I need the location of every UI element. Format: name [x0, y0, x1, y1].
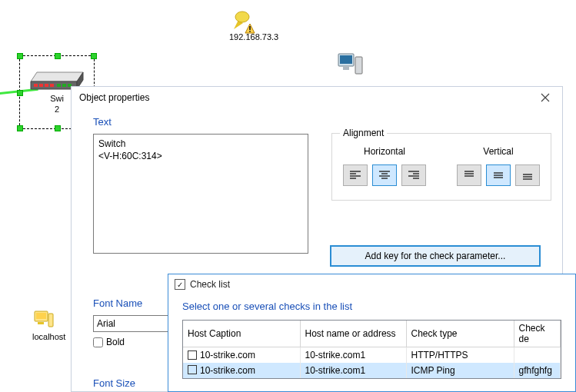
align-top-icon	[463, 170, 475, 181]
bold-checkbox-row[interactable]: Bold	[93, 337, 178, 347]
align-right-icon	[408, 170, 420, 181]
pushpin-icon	[229, 8, 252, 31]
canvas-object-pc[interactable]	[337, 49, 365, 77]
svg-rect-5	[45, 84, 48, 87]
section-font-name-title: Font Name	[93, 297, 178, 309]
column-host-caption[interactable]: Host Caption	[183, 321, 300, 347]
table-row[interactable]: 10-strike.com 10-strike.com1 HTTP/HTTPS	[183, 347, 561, 363]
add-key-button[interactable]: Add key for the check parameter...	[330, 245, 541, 267]
svg-rect-8	[62, 84, 66, 87]
cell-addr: 10-strike.com1	[300, 363, 406, 378]
check-list-table: Host Caption Host name or address Check …	[183, 321, 561, 378]
column-host-address[interactable]: Host name or address	[300, 321, 406, 347]
align-center-icon	[378, 170, 391, 181]
check-list-titlebar[interactable]: ✓ Check list	[168, 274, 575, 294]
cell-type: HTTP/HTTPS	[406, 347, 514, 363]
svg-rect-4	[39, 84, 43, 87]
resize-handle-n[interactable]	[55, 53, 61, 59]
svg-rect-7	[57, 84, 61, 87]
font-name-input[interactable]	[93, 315, 178, 332]
align-left-button[interactable]	[343, 164, 368, 186]
table-row[interactable]: 10-strike.com 10-strike.com1 ICMP Ping g…	[183, 363, 561, 378]
checklist-icon: ✓	[175, 279, 185, 290]
computer-icon	[337, 49, 365, 77]
svg-rect-17	[355, 57, 362, 74]
object-text-input[interactable]	[93, 134, 308, 254]
svg-rect-13	[249, 31, 251, 32]
check-list-subtitle: Select one or several checks in the list	[182, 301, 561, 312]
cell-desc: gfhfghfg	[514, 363, 561, 378]
svg-rect-20	[38, 322, 44, 324]
align-center-button[interactable]	[372, 164, 397, 186]
vertical-label: Vertical	[483, 146, 513, 157]
align-left-icon	[349, 170, 361, 181]
bold-checkbox[interactable]	[93, 337, 103, 347]
row-checkbox[interactable]	[188, 365, 197, 374]
align-bottom-icon	[521, 170, 534, 181]
align-top-button[interactable]	[457, 164, 481, 186]
section-text-title: Text	[93, 116, 541, 128]
column-check-type[interactable]: Check type	[406, 321, 514, 347]
column-check-desc[interactable]: Check de	[514, 321, 561, 347]
row-checkbox[interactable]	[188, 350, 197, 360]
horizontal-label: Horizontal	[364, 146, 405, 157]
cell-addr: 10-strike.com1	[300, 347, 406, 363]
close-button[interactable]	[536, 88, 554, 107]
cell-caption: 10-strike.com	[200, 350, 255, 360]
alignment-group: Alignment Horizontal Vertical	[331, 133, 551, 201]
cell-desc	[514, 347, 561, 363]
align-right-button[interactable]	[401, 164, 426, 186]
svg-rect-15	[340, 55, 352, 64]
resize-handle-s[interactable]	[55, 125, 61, 131]
svg-rect-21	[48, 314, 53, 327]
section-font-size-title: Font Size	[93, 377, 135, 389]
bold-label: Bold	[106, 337, 125, 347]
cell-caption: 10-strike.com	[200, 365, 255, 376]
svg-rect-19	[36, 313, 46, 319]
align-middle-button[interactable]	[486, 164, 511, 186]
dialog-titlebar[interactable]: Object properties	[72, 87, 562, 108]
check-list-title: Check list	[190, 279, 230, 290]
svg-rect-12	[249, 26, 251, 30]
svg-point-10	[235, 12, 249, 22]
svg-rect-6	[50, 84, 54, 87]
resize-handle-ne[interactable]	[91, 53, 97, 59]
warning-badge-icon	[245, 23, 255, 34]
align-middle-icon	[492, 170, 504, 181]
cell-type: ICMP Ping	[406, 363, 514, 378]
check-list-dialog: ✓ Check list Select one or several check…	[168, 274, 576, 392]
align-bottom-button[interactable]	[515, 164, 540, 186]
host-icon	[32, 307, 55, 331]
canvas-object-pin[interactable]: 192.168.73.3	[229, 8, 278, 42]
resize-handle-w[interactable]	[17, 90, 23, 96]
svg-rect-16	[343, 67, 349, 70]
svg-marker-0	[31, 72, 83, 81]
dialog-title: Object properties	[79, 92, 149, 103]
resize-handle-sw[interactable]	[17, 125, 23, 131]
host-label: localhost	[32, 332, 65, 341]
resize-handle-nw[interactable]	[17, 53, 23, 59]
svg-rect-3	[34, 84, 38, 87]
check-list-table-wrap: Host Caption Host name or address Check …	[182, 320, 561, 379]
close-icon	[541, 93, 550, 102]
canvas-object-localhost[interactable]: localhost	[32, 307, 65, 341]
alignment-title: Alignment	[340, 128, 387, 138]
